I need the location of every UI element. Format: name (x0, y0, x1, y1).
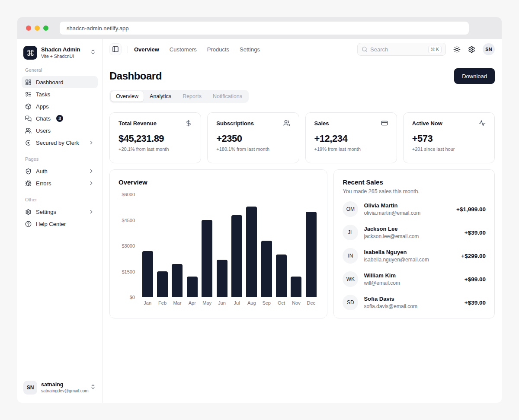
top-nav-products[interactable]: Products (207, 46, 229, 53)
chart-bar-sep (261, 241, 272, 297)
top-nav-overview[interactable]: Overview (134, 46, 159, 53)
x-axis-tick: Aug (244, 300, 259, 305)
chart-bar-nov (291, 277, 301, 297)
x-axis-tick: Sep (259, 300, 274, 305)
sidebar-item-help-center[interactable]: Help Center (22, 218, 98, 230)
sidebar-item-tasks[interactable]: Tasks (22, 88, 98, 100)
sidebar-item-label: Dashboard (36, 79, 64, 86)
recent-sales-title: Recent Sales (343, 178, 486, 186)
minimize-window-button[interactable] (35, 25, 40, 31)
chart-bar-dec (306, 212, 317, 297)
y-axis-tick: $0 (130, 295, 135, 300)
search-input[interactable] (370, 46, 426, 53)
sidebar-toggle-button[interactable] (109, 43, 122, 55)
bug-icon (25, 180, 32, 187)
avatar: JL (343, 225, 358, 240)
settings-button[interactable] (468, 46, 475, 53)
x-axis-tick: Dec (304, 300, 318, 305)
profile-avatar[interactable]: SN (483, 43, 495, 55)
close-window-button[interactable] (26, 25, 31, 31)
search-shortcut-kbd: ⌘ K (428, 46, 442, 53)
sidebar-item-apps[interactable]: Apps (22, 100, 98, 112)
theme-toggle-button[interactable] (453, 46, 461, 53)
stat-card-active-now: Active Now+573+201 since last hour (403, 112, 495, 163)
panel-left-icon (112, 46, 119, 53)
sidebar-item-auth[interactable]: Auth (22, 165, 98, 177)
stat-card-sales: Sales+12,234+19% from last month (305, 112, 397, 163)
url-text: shadcn-admin.netlify.app (67, 25, 129, 32)
chart-bar-feb (157, 271, 168, 297)
search-box[interactable]: ⌘ K (357, 43, 446, 56)
overview-chart-card: Overview $6000$4500$3000$1500$0 JanFebMa… (109, 169, 327, 318)
x-axis-tick: Jul (229, 300, 244, 305)
x-axis-tick: Oct (274, 300, 288, 305)
notification-badge: 3 (56, 115, 63, 122)
sidebar-user-menu[interactable]: SN satnaing satnaingdev@gmail.com (22, 379, 98, 397)
subscribers-icon (283, 120, 290, 127)
chevron-right-icon (88, 168, 94, 174)
x-axis-tick: Mar (170, 300, 185, 305)
tab-overview[interactable]: Overview (111, 91, 144, 102)
sale-list-item: WKWilliam Kimwill@email.com+$99.00 (343, 271, 486, 287)
chevron-right-icon (88, 180, 94, 186)
stat-title: Subscriptions (216, 120, 254, 127)
chart-y-axis: $6000$4500$3000$1500$0 (119, 194, 135, 297)
sidebar-section-label: General (22, 67, 98, 73)
tab-notifications[interactable]: Notifications (208, 91, 247, 102)
top-nav-settings[interactable]: Settings (240, 46, 260, 53)
sidebar-item-label: Chats (36, 115, 51, 122)
chart-bar-may (202, 220, 212, 297)
tab-reports[interactable]: Reports (177, 91, 207, 102)
chart-bar-apr (187, 277, 198, 297)
sidebar-item-chats[interactable]: Chats3 (22, 112, 98, 124)
x-axis-tick: Feb (155, 300, 170, 305)
chart-bar-jan (142, 251, 153, 297)
recent-sales-list: OMOlivia Martinolivia.martin@email.com+$… (343, 201, 486, 310)
stat-title: Active Now (412, 120, 442, 127)
command-icon (27, 49, 34, 57)
sale-amount: +$1,999.00 (456, 206, 486, 213)
sidebar-item-settings[interactable]: Settings (22, 206, 98, 218)
settings-icon (25, 209, 32, 215)
sidebar-item-users[interactable]: Users (22, 124, 98, 137)
sidebar-section-label: Other (22, 197, 98, 202)
chart-x-axis: JanFebMarAprMayJunJulAugSepOctNovDec (140, 300, 318, 305)
chevrons-up-down-icon (90, 49, 96, 55)
sidebar-item-secured-by-clerk[interactable]: Secured by Clerk (22, 137, 98, 149)
sidebar-item-label: Tasks (36, 91, 50, 98)
tab-analytics[interactable]: Analytics (144, 91, 176, 102)
page-content: Dashboard Download OverviewAnalyticsRepo… (103, 60, 502, 403)
topbar-separator (128, 46, 128, 53)
sale-name: Sofia Davis (364, 295, 417, 303)
recent-sales-subtitle: You made 265 sales this month. (343, 188, 486, 194)
search-icon (362, 46, 368, 52)
chevrons-up-down-icon (90, 384, 96, 390)
team-switcher[interactable]: Shadcn Admin Vite + ShadcnUI (22, 44, 98, 61)
sidebar-item-errors[interactable]: Errors (22, 177, 98, 189)
sun-icon (453, 46, 461, 53)
credit-card-icon (381, 120, 388, 127)
sale-amount: +$99.00 (465, 276, 486, 283)
x-axis-tick: May (200, 300, 215, 305)
avatar: SD (343, 295, 358, 310)
chart-bar-jun (217, 260, 227, 297)
stat-value: +2350 (216, 133, 290, 144)
sale-amount: +$299.00 (461, 253, 486, 259)
maximize-window-button[interactable] (43, 25, 48, 31)
chevron-right-icon (88, 140, 94, 146)
sidebar-item-dashboard[interactable]: Dashboard (22, 76, 98, 88)
sidebar-item-label: Apps (36, 103, 49, 110)
address-bar[interactable]: shadcn-admin.netlify.app (60, 22, 469, 35)
clerk-icon (25, 140, 32, 146)
chart-bar-oct (276, 255, 287, 297)
top-nav-customers[interactable]: Customers (170, 46, 197, 53)
sale-email: jackson.lee@email.com (364, 233, 419, 240)
help-icon (25, 221, 32, 227)
avatar: IN (343, 248, 358, 264)
app-window: Shadcn Admin Vite + ShadcnUI GeneralDash… (17, 39, 502, 403)
gear-icon (468, 46, 475, 53)
y-axis-tick: $4500 (122, 218, 135, 223)
download-button[interactable]: Download (454, 68, 495, 84)
chart-bar-aug (246, 207, 257, 297)
topbar: OverviewCustomersProductsSettings ⌘ K SN (103, 39, 502, 60)
